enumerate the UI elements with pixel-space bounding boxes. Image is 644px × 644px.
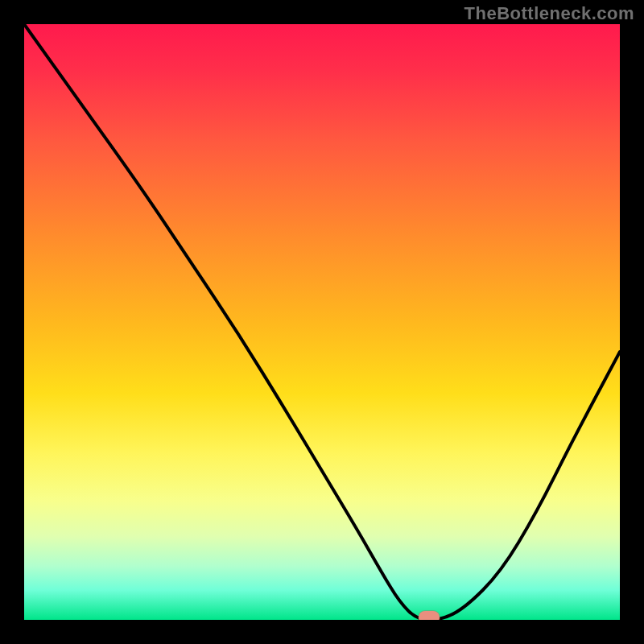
optimal-point-marker: [419, 611, 440, 620]
chart-frame: TheBottleneck.com: [0, 0, 644, 644]
plot-area: [24, 24, 620, 620]
bottleneck-curve: [24, 24, 620, 620]
watermark-text: TheBottleneck.com: [464, 3, 634, 24]
